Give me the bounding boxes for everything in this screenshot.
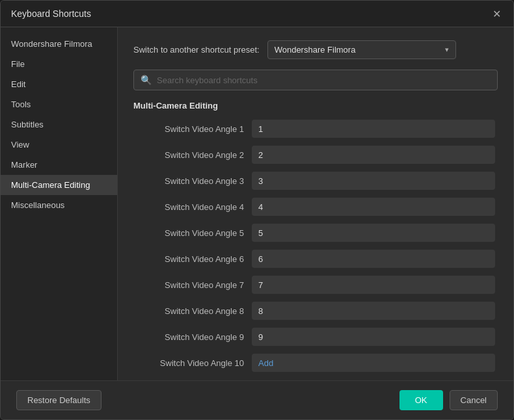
sidebar-item-edit[interactable]: Edit [1, 74, 117, 94]
shortcuts-list: Switch Video Angle 11Switch Video Angle … [133, 116, 498, 380]
main-content: Switch to another shortcut preset: Wonde… [118, 27, 513, 380]
chevron-down-icon: ▾ [445, 46, 449, 54]
ok-button[interactable]: OK [399, 390, 443, 410]
sidebar-item-view[interactable]: View [1, 135, 117, 155]
shortcut-key-box[interactable]: 3 [252, 172, 495, 190]
sidebar-item-multi-camera-editing[interactable]: Multi-Camera Editing [1, 175, 117, 195]
search-box: 🔍 [133, 70, 498, 90]
sidebar-item-tools[interactable]: Tools [1, 94, 117, 114]
shortcut-row: Switch Video Angle 33 [133, 168, 495, 194]
preset-row: Switch to another shortcut preset: Wonde… [133, 40, 498, 59]
sidebar-item-subtitles[interactable]: Subtitles [1, 114, 117, 135]
shortcut-key-box[interactable]: 7 [252, 276, 495, 294]
keyboard-shortcuts-dialog: Keyboard Shortcuts ✕ Wondershare Filmora… [0, 0, 514, 420]
shortcut-name: Switch Video Angle 8 [133, 306, 244, 316]
shortcut-key-box[interactable]: 1 [252, 120, 495, 138]
sidebar-item-wondershare-filmora[interactable]: Wondershare Filmora [1, 34, 117, 54]
shortcut-name: Switch Video Angle 9 [133, 332, 244, 342]
shortcut-row: Switch Video Angle 55 [133, 220, 495, 246]
shortcut-key-box[interactable]: 8 [252, 302, 495, 320]
shortcut-name: Switch Video Angle 10 [133, 358, 244, 368]
shortcut-row: Switch Video Angle 11 [133, 116, 495, 142]
add-shortcut-label: Add [258, 358, 273, 368]
shortcut-name: Switch Video Angle 4 [133, 202, 244, 212]
preset-dropdown[interactable]: Wondershare Filmora ▾ [267, 40, 456, 59]
shortcut-row: Switch Video Angle 22 [133, 142, 495, 168]
shortcut-key-box[interactable]: 9 [252, 328, 495, 346]
preset-value: Wondershare Filmora [275, 45, 356, 55]
shortcut-key-box[interactable]: Add [252, 354, 495, 372]
shortcut-key-box[interactable]: 5 [252, 224, 495, 242]
dialog-body: Wondershare FilmoraFileEditToolsSubtitle… [1, 27, 513, 380]
footer-actions: OK Cancel [399, 390, 498, 410]
footer: Restore Defaults OK Cancel [1, 380, 513, 419]
cancel-button[interactable]: Cancel [450, 390, 498, 410]
shortcut-key-box[interactable]: 4 [252, 198, 495, 216]
shortcut-row: Switch Video Angle 99 [133, 324, 495, 350]
shortcut-key-box[interactable]: 2 [252, 146, 495, 164]
title-bar: Keyboard Shortcuts ✕ [1, 1, 513, 27]
search-icon: 🔍 [141, 75, 152, 85]
shortcut-row: Switch Video Angle 77 [133, 272, 495, 298]
shortcut-name: Switch Video Angle 3 [133, 176, 244, 186]
dialog-title: Keyboard Shortcuts [11, 8, 91, 19]
shortcut-row: Switch Video Angle 88 [133, 298, 495, 324]
sidebar: Wondershare FilmoraFileEditToolsSubtitle… [1, 27, 118, 380]
shortcut-row: Switch Video Angle 10Add [133, 350, 495, 376]
shortcut-name: Switch Video Angle 6 [133, 254, 244, 264]
shortcut-name: Switch Video Angle 2 [133, 150, 244, 160]
sidebar-item-marker[interactable]: Marker [1, 155, 117, 175]
shortcut-row: Switch Video Angle 66 [133, 246, 495, 272]
shortcut-name: Switch Video Angle 1 [133, 124, 244, 134]
shortcut-name: Switch Video Angle 5 [133, 228, 244, 238]
shortcut-name: Switch Video Angle 7 [133, 280, 244, 290]
shortcut-row: Switch Video Angle 44 [133, 194, 495, 220]
restore-defaults-button[interactable]: Restore Defaults [16, 390, 101, 410]
preset-label: Switch to another shortcut preset: [133, 45, 260, 55]
sidebar-item-miscellaneous[interactable]: Miscellaneous [1, 195, 117, 215]
close-button[interactable]: ✕ [490, 7, 503, 20]
section-title: Multi-Camera Editing [133, 101, 498, 111]
shortcut-key-box[interactable]: 6 [252, 250, 495, 268]
search-input[interactable] [157, 75, 491, 85]
sidebar-item-file[interactable]: File [1, 54, 117, 74]
